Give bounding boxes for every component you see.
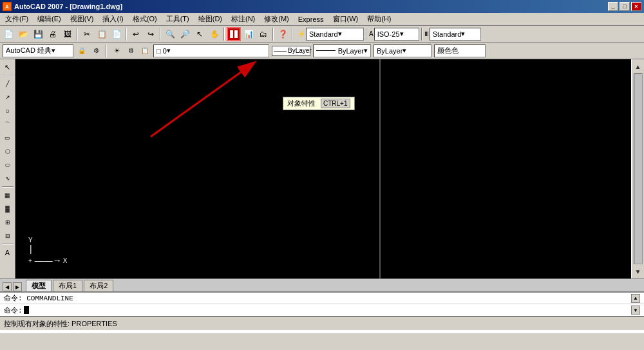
annotation-arrow: [131, 59, 273, 156]
tooltip-label: 对象特性: [287, 99, 316, 108]
title-text: AutoCAD 2007 - [Drawing1.dwg]: [14, 3, 122, 10]
linetype-field[interactable]: ByLayer▾: [313, 44, 371, 57]
designcenter-button[interactable]: 📊: [242, 27, 256, 41]
arc-button[interactable]: ⌒: [1, 118, 14, 131]
layer-state-button[interactable]: 📋: [139, 45, 151, 57]
line-button[interactable]: ╱: [1, 77, 14, 90]
menu-help[interactable]: 帮助(H): [363, 13, 395, 25]
style-label: ⚡: [298, 30, 305, 37]
sep3: [160, 28, 161, 41]
scroll-top-button[interactable]: ▲: [632, 61, 644, 72]
hatch-button[interactable]: ▦: [1, 189, 14, 202]
spline-button[interactable]: ∿: [1, 172, 14, 185]
standard2-label: Ⅲ: [424, 30, 429, 37]
help-button[interactable]: ❓: [276, 27, 290, 41]
sep7: [366, 28, 367, 41]
svg-rect-1: [234, 30, 238, 38]
left-sep1: [2, 75, 14, 76]
rect-button[interactable]: ▭: [1, 131, 14, 144]
cmd-scroll-up[interactable]: ▲: [631, 294, 640, 303]
left-toolbar: ↖ ╱ ↗ ○ ⌒ ▭ ⬡ ⬭ ∿ ▦ ▓ ⊞ ⊟ A: [0, 59, 15, 278]
lock-button[interactable]: 🔒: [76, 45, 88, 57]
standard-toolbar: 📄 📂 💾 🖨 🖼 ✂ 📋 📄 ↩ ↪ 🔍 🔎 ↖ ✋ 📊 🗂 ❓ ⚡ Stan…: [0, 26, 644, 43]
left-sep2: [2, 186, 14, 188]
print-preview-button[interactable]: 🖼: [61, 27, 75, 41]
undo-button[interactable]: ↩: [129, 27, 143, 41]
x-axis: + ——→ X: [28, 255, 68, 266]
pan-button[interactable]: ✋: [207, 27, 222, 41]
layer-mgr-button[interactable]: ⚙: [125, 45, 137, 57]
lineweight-field[interactable]: ByLayer▾: [374, 44, 431, 57]
redo-button[interactable]: ↪: [144, 27, 158, 41]
circle-button[interactable]: ○: [1, 104, 14, 117]
workspace-dropdown[interactable]: AutoCAD 经典▾: [3, 44, 73, 57]
close-button[interactable]: ×: [631, 2, 641, 11]
menu-edit[interactable]: 编辑(E): [33, 13, 65, 25]
maximize-button[interactable]: □: [620, 2, 630, 11]
menu-dimension[interactable]: 标注(N): [227, 13, 259, 25]
autocad-icon: A: [3, 2, 12, 11]
command-text-2: 命令:: [4, 306, 23, 315]
cmd-scroll-down[interactable]: ▼: [631, 306, 640, 315]
drawing-split[interactable]: [379, 59, 381, 278]
scroll-bottom-button[interactable]: ▼: [632, 266, 644, 277]
tab-layout2[interactable]: 布局2: [84, 280, 113, 291]
sep-ws: [106, 44, 107, 57]
gradient-button[interactable]: ▓: [1, 202, 14, 215]
menu-window[interactable]: 窗口(W): [329, 13, 363, 25]
style-dropdown[interactable]: Standard▾: [306, 28, 364, 41]
iso-dropdown[interactable]: ISO-25▾: [374, 28, 419, 41]
minimize-button[interactable]: _: [608, 2, 618, 11]
save-button[interactable]: 💾: [31, 27, 45, 41]
left-sep3: [2, 244, 14, 245]
region-button[interactable]: ⊞: [1, 216, 14, 229]
new-button[interactable]: 📄: [1, 27, 15, 41]
open-button[interactable]: 📂: [16, 27, 30, 41]
menu-format[interactable]: 格式(O): [129, 13, 161, 25]
menu-view[interactable]: 视图(V): [66, 13, 98, 25]
menu-draw[interactable]: 绘图(D): [194, 13, 226, 25]
sep2: [126, 28, 127, 41]
toolbar-options-button[interactable]: ⚙: [90, 45, 102, 57]
workspace-toolbar: AutoCAD 经典▾ 🔒 ⚙ ☀ ⚙ 📋 □ 0▾ —— ByLayer▾ B…: [0, 43, 644, 59]
toolpalette-button[interactable]: 🗂: [256, 27, 270, 41]
text-button[interactable]: A: [1, 246, 14, 259]
cut-button[interactable]: ✂: [80, 27, 94, 41]
menu-express[interactable]: Express: [294, 14, 328, 24]
sep4: [223, 28, 225, 41]
ray-button[interactable]: ↗: [1, 91, 14, 104]
polygon-button[interactable]: ⬡: [1, 145, 14, 158]
tab-scroll-right[interactable]: ▶: [13, 282, 22, 291]
standard2-dropdown[interactable]: Standard▾: [430, 28, 481, 41]
menu-file[interactable]: 文件(F): [1, 13, 32, 25]
layer-icon[interactable]: ☀: [111, 45, 122, 57]
copy-button[interactable]: 📋: [95, 27, 109, 41]
ellipse-button[interactable]: ⬭: [1, 159, 14, 171]
zoom-realtime-button[interactable]: 🔎: [178, 27, 192, 41]
tab-scroll-left[interactable]: ◀: [3, 282, 12, 291]
title-bar-controls[interactable]: _ □ ×: [608, 2, 641, 11]
tab-model[interactable]: 模型: [26, 280, 52, 291]
axis-indicator: Y | + ——→ X: [28, 237, 68, 266]
layer-name-dropdown[interactable]: □ 0▾: [153, 44, 269, 57]
drawing-area[interactable]: 对象特性 CTRL+1 Y | + ——→ X: [15, 59, 631, 278]
print-button[interactable]: 🖨: [46, 27, 60, 41]
iso-label: A: [369, 30, 374, 37]
tab-layout1[interactable]: 布局1: [53, 280, 82, 291]
y-axis: Y |: [28, 237, 68, 254]
command-input[interactable]: 命令: ▼: [0, 304, 644, 316]
color-indicator[interactable]: —— ByLayer▾: [272, 46, 310, 56]
zoom-prev-button[interactable]: ↖: [193, 27, 207, 41]
menu-modify[interactable]: 修改(M): [260, 13, 293, 25]
sep8: [421, 28, 422, 41]
plotstyle-field[interactable]: 颜色色: [434, 44, 486, 57]
select-button[interactable]: ↖: [1, 61, 14, 73]
menu-tools[interactable]: 工具(T): [162, 13, 193, 25]
paste-button[interactable]: 📄: [109, 27, 124, 41]
menu-insert[interactable]: 插入(I): [99, 13, 127, 25]
table-button[interactable]: ⊟: [1, 229, 14, 242]
zoom-window-button[interactable]: 🔍: [163, 27, 177, 41]
properties-button[interactable]: [227, 27, 241, 41]
menu-bar: 文件(F) 编辑(E) 视图(V) 插入(I) 格式(O) 工具(T) 绘图(D…: [0, 13, 644, 26]
command-status-text: 控制现有对象的特性: PROPERTIES: [4, 319, 117, 329]
